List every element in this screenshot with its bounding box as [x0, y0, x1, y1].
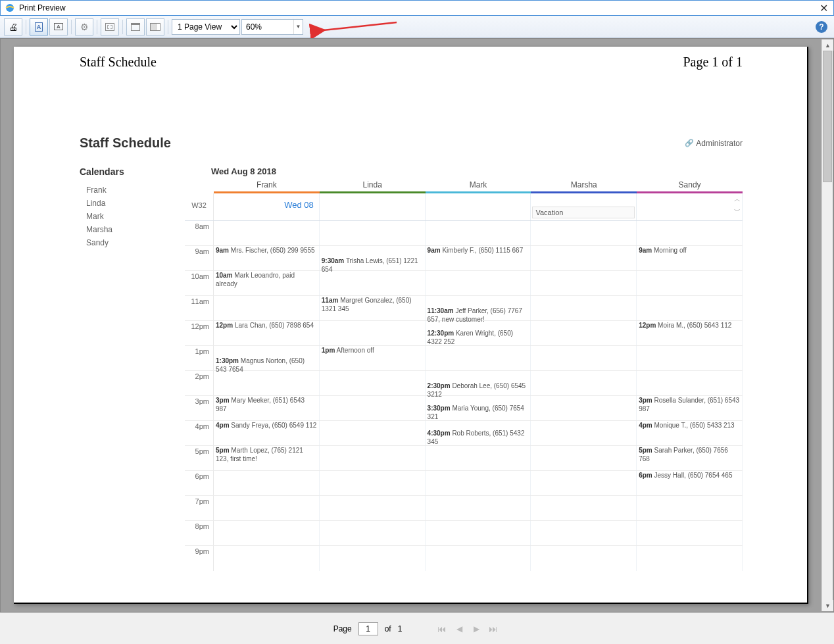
printer-icon — [9, 22, 18, 32]
separator — [26, 20, 26, 34]
zoom-combobox[interactable]: 60% ▼ — [241, 19, 303, 35]
page-setup-button[interactable] — [75, 18, 93, 36]
fit-icon — [150, 23, 160, 31]
separator — [122, 20, 123, 34]
portrait-button[interactable]: A — [30, 18, 48, 36]
toolbar: A A 1 Page View 60% ▼ ? — [0, 16, 834, 38]
landscape-icon: A — [54, 23, 63, 30]
separator — [168, 20, 168, 34]
page-view-select[interactable]: 1 Page View — [172, 19, 240, 35]
portrait-icon: A — [35, 22, 43, 32]
header-icon — [131, 23, 140, 31]
landscape-button[interactable]: A — [49, 18, 68, 36]
print-button[interactable] — [4, 18, 22, 36]
full-width-button[interactable] — [146, 18, 164, 36]
close-button[interactable]: ✕ — [820, 2, 828, 14]
gear-icon — [80, 22, 89, 32]
margins-button[interactable] — [101, 18, 119, 36]
help-button[interactable]: ? — [816, 21, 827, 33]
margins-icon — [105, 23, 114, 31]
separator — [97, 20, 97, 34]
header-footer-button[interactable] — [126, 18, 145, 36]
chevron-down-icon: ▼ — [293, 20, 303, 34]
ie-icon — [5, 3, 15, 13]
window-title: Print Preview — [19, 3, 66, 12]
zoom-value: 60% — [246, 22, 262, 32]
separator — [71, 20, 72, 34]
window-titlebar: Print Preview ✕ — [0, 0, 834, 16]
